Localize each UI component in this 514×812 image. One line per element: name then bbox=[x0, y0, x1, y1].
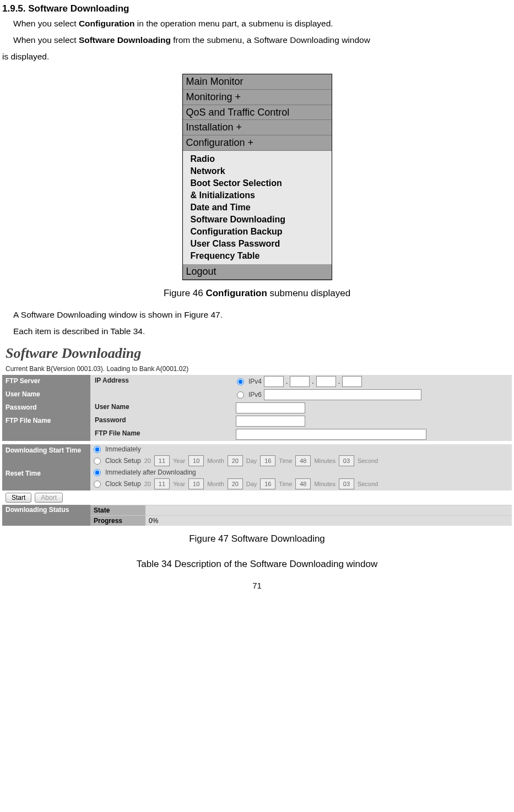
radio-dl-immediately[interactable] bbox=[94, 446, 101, 453]
label-state: State bbox=[90, 505, 145, 515]
field-password bbox=[234, 415, 512, 428]
table-34-caption: Table 34 Description of the Software Dow… bbox=[0, 559, 514, 570]
paragraph-mid2: Each item is described in Table 34. bbox=[13, 326, 514, 336]
radio-ipv4-label: IPv4 bbox=[248, 378, 262, 385]
dl-year[interactable] bbox=[154, 455, 170, 466]
software-downloading-window: Software Downloading Current Bank B(Vers… bbox=[2, 343, 512, 526]
label-blank bbox=[2, 428, 90, 441]
dt-20b: 20 bbox=[144, 481, 151, 487]
label-progress: Progress bbox=[90, 515, 145, 526]
submenu-item-date[interactable]: Date and Time bbox=[191, 201, 332, 214]
label-user-name: User Name bbox=[2, 388, 90, 401]
submenu-item-backup[interactable]: Configuration Backup bbox=[191, 226, 332, 238]
dl-min[interactable] bbox=[295, 455, 311, 466]
radio-reset-imm-label: Immediately after Downloading bbox=[105, 468, 196, 476]
ipv4-seg-2[interactable] bbox=[290, 376, 310, 387]
start-button[interactable]: Start bbox=[6, 493, 31, 503]
submenu-item-swdl[interactable]: Software Downloading bbox=[191, 214, 332, 226]
mid-ftp-file: FTP File Name bbox=[90, 428, 234, 441]
label-password: Password bbox=[2, 401, 90, 415]
menu-item-monitoring[interactable]: Monitoring + bbox=[183, 90, 332, 105]
field-ipv6: IPv6 bbox=[234, 388, 512, 401]
dt-sec-lbl: Second bbox=[358, 457, 378, 464]
sw-form-grid: FTP Server IP Address IPv4 . . . User Na… bbox=[2, 375, 512, 491]
field-reset-clock: Clock Setup 20Year Month Day Time Minute… bbox=[90, 477, 512, 491]
ipv6-input[interactable] bbox=[264, 389, 421, 400]
submenu-item-radio[interactable]: Radio bbox=[191, 153, 332, 165]
value-state bbox=[145, 505, 512, 515]
ipv4-seg-4[interactable] bbox=[342, 376, 362, 387]
field-dl-start-clock: Clock Setup 20Year Month Day Time Minute… bbox=[90, 454, 512, 467]
input-ftp-file[interactable] bbox=[236, 429, 426, 440]
label-ftp-file: FTP File Name bbox=[2, 415, 90, 428]
figure-47-caption: Figure 47 Software Downloading bbox=[0, 533, 514, 544]
text: from the submenu, a Software Downloading… bbox=[171, 35, 370, 45]
menu-item-main-monitor[interactable]: Main Monitor bbox=[183, 74, 332, 90]
dt-20: 20 bbox=[144, 457, 151, 464]
field-reset-imm: Immediately after Downloading bbox=[90, 467, 512, 477]
section-heading: 1.9.5. Software Downloading bbox=[2, 3, 514, 14]
ipv4-seg-3[interactable] bbox=[316, 376, 336, 387]
input-password[interactable] bbox=[236, 416, 305, 427]
abort-button[interactable]: Abort bbox=[35, 493, 63, 503]
radio-reset-clock[interactable] bbox=[94, 481, 101, 488]
field-ftp-file bbox=[234, 428, 512, 441]
label-reset-time: Reset Time bbox=[2, 467, 90, 491]
submenu-item-freq[interactable]: Frequency Table bbox=[191, 250, 332, 262]
rs-sec[interactable] bbox=[339, 478, 354, 489]
text-bold: Configuration bbox=[79, 19, 135, 28]
rs-sec-lbl: Second bbox=[358, 481, 378, 487]
rs-year-lbl: Year bbox=[173, 481, 185, 487]
radio-reset-imm[interactable] bbox=[94, 469, 101, 476]
rs-day-lbl: Day bbox=[246, 481, 257, 487]
label-dl-start: Downloading Start Time bbox=[2, 444, 90, 467]
menu-item-logout[interactable]: Logout bbox=[183, 264, 332, 280]
submenu-item-boot2[interactable]: & Initializations bbox=[191, 189, 332, 201]
submenu-item-user[interactable]: User Class Password bbox=[191, 238, 332, 250]
dt-min-lbl: Minutes bbox=[314, 457, 336, 464]
radio-dl-imm-label: Immediately bbox=[105, 445, 141, 453]
radio-ipv6[interactable] bbox=[237, 391, 244, 399]
dl-month[interactable] bbox=[188, 455, 204, 466]
status-grid: Downloading Status State Progress 0% bbox=[2, 505, 512, 526]
rs-time[interactable] bbox=[260, 478, 275, 489]
dt-time-lbl: Time bbox=[279, 457, 292, 464]
page-number: 71 bbox=[0, 581, 514, 590]
value-progress: 0% bbox=[145, 515, 512, 526]
sw-window-title: Software Downloading bbox=[2, 343, 512, 364]
paragraph-mid1: A Software Downloading window is shown i… bbox=[13, 310, 514, 320]
figure-46-caption: Figure 46 Configuration submenu displaye… bbox=[0, 288, 514, 299]
label-ftp-server: FTP Server bbox=[2, 375, 90, 388]
paragraph-2: When you select Software Downloading fro… bbox=[13, 35, 514, 45]
dt-day-lbl: Day bbox=[246, 457, 257, 464]
menu-item-installation[interactable]: Installation + bbox=[183, 120, 332, 135]
rs-month[interactable] bbox=[188, 478, 204, 489]
rs-month-lbl: Month bbox=[207, 481, 224, 487]
configuration-menu: Main Monitor Monitoring + QoS and Traffi… bbox=[182, 74, 332, 280]
radio-reset-clock-label: Clock Setup bbox=[105, 480, 141, 488]
rs-min[interactable] bbox=[295, 478, 311, 489]
menu-item-qos[interactable]: QoS and Traffic Control bbox=[183, 105, 332, 120]
mid-password: Password bbox=[90, 415, 234, 428]
radio-dl-clock-label: Clock Setup bbox=[105, 457, 141, 465]
submenu-item-network[interactable]: Network bbox=[191, 165, 332, 177]
field-user-name bbox=[234, 401, 512, 415]
submenu-item-boot1[interactable]: Boot Sector Selection bbox=[191, 177, 332, 189]
text: When you select bbox=[13, 19, 79, 28]
menu-item-configuration[interactable]: Configuration + bbox=[183, 135, 332, 151]
radio-ipv4[interactable] bbox=[237, 378, 244, 385]
field-dl-start-imm: Immediately bbox=[90, 444, 512, 454]
blank-mid bbox=[90, 388, 234, 401]
input-user-name[interactable] bbox=[236, 402, 305, 413]
rs-day[interactable] bbox=[228, 478, 243, 489]
dl-day[interactable] bbox=[228, 455, 243, 466]
field-ipv4: IPv4 . . . bbox=[234, 375, 512, 388]
rs-year[interactable] bbox=[154, 478, 170, 489]
dl-sec[interactable] bbox=[339, 455, 354, 466]
configuration-submenu: Radio Network Boot Sector Selection & In… bbox=[183, 151, 332, 264]
label-dl-status: Downloading Status bbox=[2, 505, 90, 526]
dl-time[interactable] bbox=[260, 455, 275, 466]
radio-dl-clock[interactable] bbox=[94, 457, 101, 465]
radio-ipv6-label: IPv6 bbox=[248, 391, 262, 399]
ipv4-seg-1[interactable] bbox=[264, 376, 284, 387]
